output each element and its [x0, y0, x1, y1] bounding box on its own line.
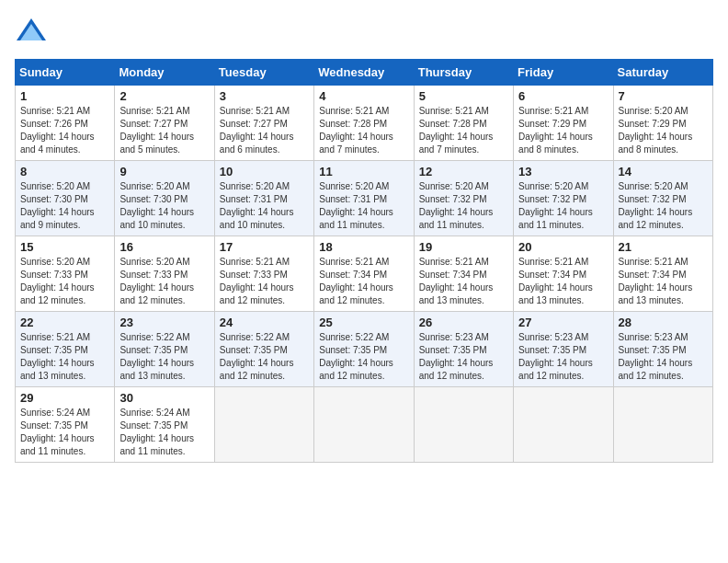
day-detail: Sunrise: 5:21 AMSunset: 7:26 PMDaylight:…: [20, 105, 109, 156]
header-wednesday: Wednesday: [314, 60, 414, 86]
day-number: 6: [518, 89, 608, 103]
page-header: [15, 15, 713, 48]
calendar-cell: 1Sunrise: 5:21 AMSunset: 7:26 PMDaylight…: [16, 86, 115, 161]
calendar-cell: 22Sunrise: 5:21 AMSunset: 7:35 PMDayligh…: [16, 312, 115, 387]
day-number: 7: [619, 89, 708, 103]
day-number: 17: [220, 240, 309, 254]
calendar-cell: 27Sunrise: 5:23 AMSunset: 7:35 PMDayligh…: [514, 312, 613, 387]
day-detail: Sunrise: 5:22 AMSunset: 7:35 PMDaylight:…: [319, 331, 408, 383]
calendar-cell: [214, 387, 313, 463]
day-number: 18: [319, 240, 408, 254]
day-detail: Sunrise: 5:20 AMSunset: 7:33 PMDaylight:…: [20, 256, 109, 307]
day-detail: Sunrise: 5:20 AMSunset: 7:32 PMDaylight:…: [518, 180, 608, 232]
day-number: 30: [119, 391, 209, 405]
calendar-cell: 5Sunrise: 5:21 AMSunset: 7:28 PMDaylight…: [414, 86, 513, 161]
calendar-cell: 18Sunrise: 5:21 AMSunset: 7:34 PMDayligh…: [314, 236, 414, 312]
calendar-week-row: 1Sunrise: 5:21 AMSunset: 7:26 PMDaylight…: [16, 86, 713, 161]
calendar-cell: 28Sunrise: 5:23 AMSunset: 7:35 PMDayligh…: [613, 312, 712, 387]
calendar-cell: 24Sunrise: 5:22 AMSunset: 7:35 PMDayligh…: [214, 312, 313, 387]
day-detail: Sunrise: 5:21 AMSunset: 7:35 PMDaylight:…: [20, 331, 109, 383]
logo: [15, 15, 51, 48]
day-number: 21: [619, 240, 708, 254]
day-detail: Sunrise: 5:20 AMSunset: 7:32 PMDaylight:…: [419, 180, 508, 232]
calendar-cell: 21Sunrise: 5:21 AMSunset: 7:34 PMDayligh…: [613, 236, 712, 312]
header-sunday: Sunday: [16, 60, 115, 86]
day-detail: Sunrise: 5:20 AMSunset: 7:31 PMDaylight:…: [319, 180, 408, 232]
day-number: 16: [119, 240, 209, 254]
calendar-cell: 9Sunrise: 5:20 AMSunset: 7:30 PMDaylight…: [115, 161, 214, 236]
day-number: 23: [119, 316, 209, 329]
day-detail: Sunrise: 5:21 AMSunset: 7:34 PMDaylight:…: [518, 256, 608, 307]
day-number: 10: [220, 165, 309, 178]
header-thursday: Thursday: [414, 60, 513, 86]
calendar-cell: 15Sunrise: 5:20 AMSunset: 7:33 PMDayligh…: [16, 236, 115, 312]
day-detail: Sunrise: 5:23 AMSunset: 7:35 PMDaylight:…: [518, 331, 608, 383]
day-number: 22: [20, 316, 109, 329]
day-number: 1: [20, 89, 109, 103]
day-number: 11: [319, 165, 408, 178]
calendar-cell: 26Sunrise: 5:23 AMSunset: 7:35 PMDayligh…: [414, 312, 513, 387]
day-number: 12: [419, 165, 508, 178]
header-tuesday: Tuesday: [214, 60, 313, 86]
header-saturday: Saturday: [613, 60, 712, 86]
calendar-cell: 4Sunrise: 5:21 AMSunset: 7:28 PMDaylight…: [314, 86, 414, 161]
calendar-cell: [414, 387, 513, 463]
day-detail: Sunrise: 5:20 AMSunset: 7:30 PMDaylight:…: [119, 180, 209, 232]
day-number: 26: [419, 316, 508, 329]
day-number: 25: [319, 316, 408, 329]
day-detail: Sunrise: 5:21 AMSunset: 7:29 PMDaylight:…: [518, 105, 608, 156]
calendar-cell: [314, 387, 414, 463]
day-number: 29: [20, 391, 109, 405]
day-detail: Sunrise: 5:20 AMSunset: 7:30 PMDaylight:…: [20, 180, 109, 232]
day-detail: Sunrise: 5:21 AMSunset: 7:34 PMDaylight:…: [619, 256, 708, 307]
calendar-cell: 10Sunrise: 5:20 AMSunset: 7:31 PMDayligh…: [214, 161, 313, 236]
day-detail: Sunrise: 5:21 AMSunset: 7:33 PMDaylight:…: [220, 256, 309, 307]
day-detail: Sunrise: 5:22 AMSunset: 7:35 PMDaylight:…: [220, 331, 309, 383]
calendar-week-row: 8Sunrise: 5:20 AMSunset: 7:30 PMDaylight…: [16, 161, 713, 236]
day-detail: Sunrise: 5:21 AMSunset: 7:27 PMDaylight:…: [119, 105, 209, 156]
calendar-cell: 20Sunrise: 5:21 AMSunset: 7:34 PMDayligh…: [514, 236, 613, 312]
day-detail: Sunrise: 5:21 AMSunset: 7:34 PMDaylight:…: [419, 256, 508, 307]
day-detail: Sunrise: 5:21 AMSunset: 7:28 PMDaylight:…: [419, 105, 508, 156]
calendar-cell: 7Sunrise: 5:20 AMSunset: 7:29 PMDaylight…: [613, 86, 712, 161]
calendar-cell: 25Sunrise: 5:22 AMSunset: 7:35 PMDayligh…: [314, 312, 414, 387]
calendar-cell: 2Sunrise: 5:21 AMSunset: 7:27 PMDaylight…: [115, 86, 214, 161]
day-detail: Sunrise: 5:20 AMSunset: 7:32 PMDaylight:…: [619, 180, 708, 232]
day-number: 8: [20, 165, 109, 178]
day-detail: Sunrise: 5:23 AMSunset: 7:35 PMDaylight:…: [619, 331, 708, 383]
day-detail: Sunrise: 5:20 AMSunset: 7:33 PMDaylight:…: [119, 256, 209, 307]
calendar-cell: 12Sunrise: 5:20 AMSunset: 7:32 PMDayligh…: [414, 161, 513, 236]
calendar-cell: 19Sunrise: 5:21 AMSunset: 7:34 PMDayligh…: [414, 236, 513, 312]
day-detail: Sunrise: 5:22 AMSunset: 7:35 PMDaylight:…: [119, 331, 209, 383]
day-number: 27: [518, 316, 608, 329]
day-detail: Sunrise: 5:24 AMSunset: 7:35 PMDaylight:…: [119, 407, 209, 458]
calendar-cell: [514, 387, 613, 463]
day-number: 14: [619, 165, 708, 178]
day-number: 15: [20, 240, 109, 254]
calendar-cell: 3Sunrise: 5:21 AMSunset: 7:27 PMDaylight…: [214, 86, 313, 161]
day-number: 28: [619, 316, 708, 329]
calendar-table: SundayMondayTuesdayWednesdayThursdayFrid…: [15, 59, 713, 463]
day-detail: Sunrise: 5:24 AMSunset: 7:35 PMDaylight:…: [20, 407, 109, 458]
calendar-cell: 8Sunrise: 5:20 AMSunset: 7:30 PMDaylight…: [16, 161, 115, 236]
calendar-cell: 13Sunrise: 5:20 AMSunset: 7:32 PMDayligh…: [514, 161, 613, 236]
calendar-week-row: 29Sunrise: 5:24 AMSunset: 7:35 PMDayligh…: [16, 387, 713, 463]
day-detail: Sunrise: 5:21 AMSunset: 7:28 PMDaylight:…: [319, 105, 408, 156]
calendar-cell: 30Sunrise: 5:24 AMSunset: 7:35 PMDayligh…: [115, 387, 214, 463]
calendar-cell: 14Sunrise: 5:20 AMSunset: 7:32 PMDayligh…: [613, 161, 712, 236]
day-detail: Sunrise: 5:21 AMSunset: 7:27 PMDaylight:…: [220, 105, 309, 156]
day-number: 3: [220, 89, 309, 103]
day-number: 13: [518, 165, 608, 178]
header-friday: Friday: [514, 60, 613, 86]
calendar-cell: 17Sunrise: 5:21 AMSunset: 7:33 PMDayligh…: [214, 236, 313, 312]
calendar-cell: 11Sunrise: 5:20 AMSunset: 7:31 PMDayligh…: [314, 161, 414, 236]
calendar-week-row: 22Sunrise: 5:21 AMSunset: 7:35 PMDayligh…: [16, 312, 713, 387]
calendar-cell: [613, 387, 712, 463]
day-number: 2: [119, 89, 209, 103]
day-number: 24: [220, 316, 309, 329]
day-number: 20: [518, 240, 608, 254]
calendar-cell: 16Sunrise: 5:20 AMSunset: 7:33 PMDayligh…: [115, 236, 214, 312]
calendar-cell: 29Sunrise: 5:24 AMSunset: 7:35 PMDayligh…: [16, 387, 115, 463]
day-detail: Sunrise: 5:23 AMSunset: 7:35 PMDaylight:…: [419, 331, 508, 383]
day-number: 5: [419, 89, 508, 103]
